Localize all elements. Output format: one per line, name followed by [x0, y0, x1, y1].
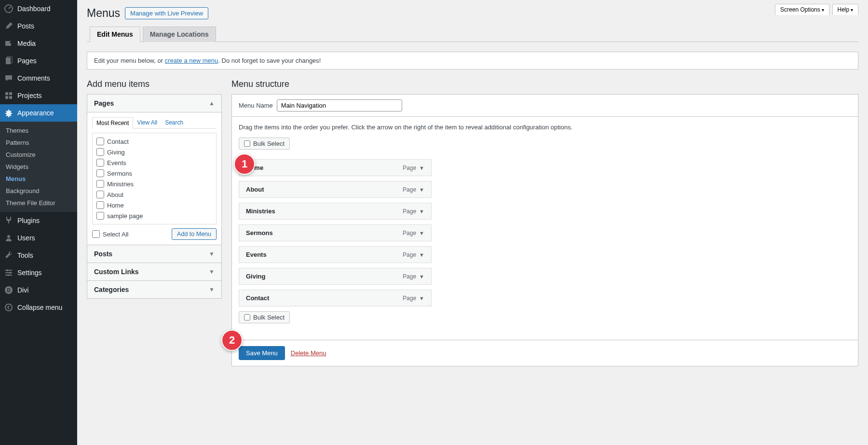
page-checkbox[interactable] [96, 169, 104, 177]
sidebar-item-plugins[interactable]: Plugins [0, 212, 77, 229]
page-check-row[interactable]: Ministries [96, 179, 212, 189]
page-check-row[interactable]: Home [96, 200, 212, 210]
select-all-checkbox[interactable] [92, 230, 100, 238]
page-check-row[interactable]: Sermons [96, 168, 212, 179]
page-checkbox[interactable] [96, 180, 104, 188]
menu-item-row[interactable]: Giving Page▼ [239, 268, 432, 285]
page-checkbox[interactable] [96, 191, 104, 198]
page-checkbox[interactable] [96, 212, 104, 220]
chevron-down-icon[interactable]: ▼ [419, 295, 424, 301]
caret-up-icon: ▲ [209, 100, 215, 107]
sidebar-label: Pages [17, 57, 37, 65]
chevron-down-icon[interactable]: ▼ [419, 187, 424, 193]
page-checkbox[interactable] [96, 138, 104, 145]
bulk-select-top[interactable]: Bulk Select [239, 138, 290, 150]
manage-live-preview-button[interactable]: Manage with Live Preview [125, 7, 208, 19]
users-icon [4, 233, 14, 243]
menu-item-title: About [246, 186, 264, 193]
accordion-pages-header[interactable]: Pages ▲ [87, 95, 221, 112]
add-to-menu-row: Select All Add to Menu [92, 228, 217, 240]
menu-name-label: Menu Name [239, 102, 273, 109]
sidebar-item-users[interactable]: Users [0, 229, 77, 247]
sidebar-item-appearance[interactable]: Appearance [0, 104, 77, 122]
page-label: Home [107, 202, 124, 209]
svg-rect-6 [9, 92, 12, 95]
submenu-customize[interactable]: Customize [0, 149, 77, 161]
select-all-label: Select All [103, 231, 128, 238]
submenu-themes[interactable]: Themes [0, 125, 77, 137]
page-label: sample page [107, 212, 143, 220]
sidebar-item-comments[interactable]: Comments [0, 70, 77, 87]
settings-icon [4, 268, 14, 278]
page-check-row[interactable]: sample page [96, 210, 212, 221]
help-button[interactable]: Help [832, 4, 858, 15]
accordion-posts: Posts ▼ [87, 245, 221, 263]
page-check-row[interactable]: Contact [96, 136, 212, 147]
submenu-menus[interactable]: Menus [0, 173, 77, 185]
add-to-menu-button[interactable]: Add to Menu [172, 228, 217, 240]
page-checkbox[interactable] [96, 159, 104, 167]
menu-item-row[interactable]: Ministries Page▼ [239, 203, 432, 220]
sidebar-item-dashboard[interactable]: Dashboard [0, 0, 77, 17]
sidebar-item-divi[interactable]: D Divi [0, 281, 77, 299]
divi-icon: D [4, 285, 14, 295]
sidebar-label: Appearance [17, 109, 54, 117]
svg-point-2 [10, 42, 12, 43]
chevron-down-icon[interactable]: ▼ [419, 209, 424, 214]
menu-name-input[interactable] [277, 99, 402, 111]
sidebar-item-tools[interactable]: Tools [0, 247, 77, 264]
page-checkbox[interactable] [96, 148, 104, 156]
accordion-categories-header[interactable]: Categories ▼ [87, 281, 221, 298]
submenu-theme-file-editor[interactable]: Theme File Editor [0, 197, 77, 209]
sidebar-label: Comments [17, 74, 50, 82]
page-check-row[interactable]: Giving [96, 147, 212, 157]
submenu-widgets[interactable]: Widgets [0, 161, 77, 173]
bulk-select-checkbox[interactable] [244, 314, 250, 320]
submenu-background[interactable]: Background [0, 185, 77, 197]
menu-item-row[interactable]: Sermons Page▼ [239, 224, 432, 241]
inner-tab-view-all[interactable]: View All [133, 117, 161, 128]
bulk-select-checkbox[interactable] [244, 140, 250, 147]
edit-menu-notice: Edit your menu below, or create a new me… [87, 52, 858, 70]
chevron-down-icon[interactable]: ▼ [419, 252, 424, 258]
sidebar-label: Users [17, 234, 35, 242]
page-check-row[interactable]: About [96, 189, 212, 200]
accordion-pages-body: Most Recent View All Search Contact Givi… [87, 112, 221, 245]
menu-item-row[interactable]: Events Page▼ [239, 246, 432, 263]
sidebar-item-posts[interactable]: Posts [0, 17, 77, 35]
sidebar-item-settings[interactable]: Settings [0, 264, 77, 281]
chevron-down-icon[interactable]: ▼ [419, 230, 424, 236]
sidebar-item-projects[interactable]: Projects [0, 87, 77, 104]
dashboard-icon [4, 4, 14, 14]
accordion-posts-header[interactable]: Posts ▼ [87, 245, 221, 263]
inner-tab-most-recent[interactable]: Most Recent [92, 117, 133, 129]
select-all-row[interactable]: Select All [92, 229, 128, 239]
submenu-patterns[interactable]: Patterns [0, 137, 77, 149]
menu-structure-column: Menu structure Menu Name Drag the items … [231, 79, 858, 366]
sidebar-item-media[interactable]: Media [0, 35, 77, 52]
chevron-down-icon[interactable]: ▼ [419, 274, 424, 279]
page-title: Menus [87, 7, 120, 20]
sidebar-item-pages[interactable]: Pages [0, 52, 77, 70]
page-check-row[interactable]: Events [96, 157, 212, 168]
inner-tab-search[interactable]: Search [161, 117, 187, 128]
tab-edit-menus[interactable]: Edit Menus [90, 27, 140, 42]
chevron-down-icon[interactable]: ▼ [419, 165, 424, 171]
menu-item-row[interactable]: Home Page▼ [239, 159, 432, 176]
save-menu-button[interactable]: Save Menu [239, 346, 285, 360]
delete-menu-link[interactable]: Delete Menu [291, 349, 326, 357]
screen-options-button[interactable]: Screen Options [775, 4, 829, 15]
pages-icon [4, 56, 14, 66]
menu-item-row[interactable]: About Page▼ [239, 181, 432, 198]
accordion-pages: Pages ▲ Most Recent View All Search Cont… [87, 95, 221, 245]
create-new-menu-link[interactable]: create a new menu [165, 57, 218, 64]
bulk-select-bottom[interactable]: Bulk Select [239, 311, 290, 323]
tab-manage-locations[interactable]: Manage Locations [143, 27, 216, 42]
accordion-categories: Categories ▼ [87, 280, 221, 298]
page-checkbox[interactable] [96, 201, 104, 209]
accordion-custom-links-header[interactable]: Custom Links ▼ [87, 263, 221, 280]
menu-item-row[interactable]: Contact Page▼ [239, 290, 432, 306]
sidebar-item-collapse[interactable]: Collapse menu [0, 299, 77, 316]
columns: Add menu items Pages ▲ Most Recent View … [87, 79, 858, 366]
menu-name-row: Menu Name [232, 95, 858, 117]
